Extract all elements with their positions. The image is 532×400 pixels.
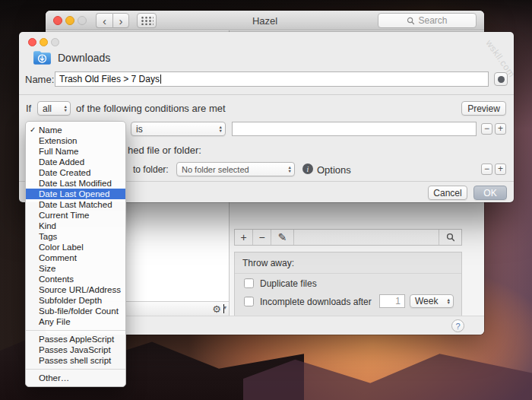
- duplicate-files-label: Duplicate files: [260, 278, 317, 289]
- incomplete-downloads-checkbox[interactable]: [244, 297, 254, 306]
- hazel-titlebar: ‹ › Hazel Search: [46, 11, 484, 30]
- menu-item-other-[interactable]: Other…: [26, 373, 125, 383]
- popup-arrows-icon: ▲▼: [288, 166, 292, 173]
- checkmark-icon: ✓: [30, 125, 36, 135]
- ok-button[interactable]: OK: [473, 186, 507, 200]
- chevron-down-icon: ▾: [223, 304, 224, 313]
- desktop: ‹ › Hazel Search ⚙▾: [0, 0, 532, 400]
- throw-away-panel: Throw away: Duplicate files Incomplete d…: [234, 252, 462, 317]
- toolbar-search-field[interactable]: Search: [378, 13, 477, 28]
- add-action-button[interactable]: +: [495, 163, 506, 175]
- search-icon: [407, 17, 415, 25]
- duplicate-files-checkbox[interactable]: [244, 278, 254, 288]
- name-label: Name:: [25, 74, 54, 85]
- options-label[interactable]: Options: [317, 164, 351, 176]
- menu-item-sub-file-folder-count[interactable]: Sub-file/folder Count: [26, 306, 125, 316]
- menu-item-label: Full Name: [39, 147, 78, 156]
- editor-folder-title: Downloads: [58, 52, 110, 64]
- text-caret: [160, 75, 161, 84]
- rules-toolbar: + − ✎: [234, 229, 462, 246]
- operator-popup[interactable]: is ▲▼: [131, 122, 226, 136]
- condition-value-text: [233, 124, 236, 135]
- menu-item-color-label[interactable]: Color Label: [26, 242, 125, 252]
- editor-divider: [19, 94, 514, 95]
- menu-item-label: Comment: [39, 253, 77, 262]
- editor-close-button[interactable]: [28, 38, 36, 46]
- menu-item-date-last-modified[interactable]: Date Last Modified: [26, 178, 125, 189]
- menu-item-label: Kind: [39, 221, 56, 230]
- menu-item-name[interactable]: ✓Name: [26, 125, 125, 135]
- help-button[interactable]: ?: [451, 319, 464, 332]
- menu-item-any-file[interactable]: Any File: [26, 316, 125, 327]
- remove-condition-button[interactable]: −: [481, 123, 492, 135]
- menu-item-label: Any File: [39, 317, 71, 326]
- add-condition-button[interactable]: +: [495, 123, 506, 135]
- menu-item-source-url-address[interactable]: Source URL/Address: [26, 284, 125, 295]
- wallpaper-ridge: [243, 344, 532, 400]
- gear-icon: ⚙: [212, 303, 221, 315]
- menu-item-label: Subfolder Depth: [39, 296, 102, 305]
- incomplete-downloads-unit-popup[interactable]: Week ▲▼: [410, 294, 454, 308]
- panel-separator: [235, 273, 461, 274]
- menu-separator: [26, 330, 125, 331]
- menu-item-label: Current Time: [39, 211, 89, 220]
- add-rule-button[interactable]: +: [235, 230, 253, 245]
- menu-item-label: Sub-file/folder Count: [39, 306, 119, 316]
- menu-item-date-added[interactable]: Date Added: [26, 157, 125, 167]
- menu-item-label: Passes shell script: [39, 356, 111, 365]
- search-icon: [446, 233, 455, 242]
- menu-separator: [26, 369, 125, 370]
- menu-item-current-time[interactable]: Current Time: [26, 210, 125, 221]
- menu-item-size[interactable]: Size: [26, 263, 125, 274]
- info-icon[interactable]: i: [302, 163, 313, 174]
- menu-item-date-created[interactable]: Date Created: [26, 167, 125, 178]
- search-rules-button[interactable]: [439, 230, 461, 245]
- incomplete-downloads-count-field[interactable]: 1: [379, 294, 405, 308]
- remove-rule-button[interactable]: −: [253, 230, 271, 245]
- menu-item-label: Date Last Opened: [39, 189, 109, 198]
- menu-item-passes-applescript[interactable]: Passes AppleScript: [26, 334, 125, 344]
- menu-item-passes-javascript[interactable]: Passes JavaScript: [26, 344, 125, 355]
- actions-header-fragment: hed file or folder:: [128, 144, 201, 156]
- rules-toolbar-spacer: [294, 230, 439, 245]
- menu-item-tags[interactable]: Tags: [26, 231, 125, 242]
- match-mode-popup[interactable]: all ▲▼: [37, 101, 71, 116]
- menu-item-label: Date Last Matched: [39, 200, 112, 209]
- menu-item-subfolder-depth[interactable]: Subfolder Depth: [26, 295, 125, 306]
- conditions-suffix-label: of the following conditions are met: [76, 103, 226, 114]
- operator-value: is: [136, 124, 143, 135]
- condition-value-field[interactable]: [232, 122, 477, 136]
- menu-item-passes-shell-script[interactable]: Passes shell script: [26, 355, 125, 366]
- menu-item-extension[interactable]: Extension: [26, 135, 125, 146]
- destination-folder-popup[interactable]: No folder selected ▲▼: [176, 162, 295, 176]
- popup-arrows-icon: ▲▼: [219, 125, 223, 132]
- menu-item-label: Passes JavaScript: [39, 345, 111, 354]
- if-label: If: [26, 103, 31, 114]
- menu-item-date-last-opened[interactable]: Date Last Opened: [26, 189, 125, 199]
- cancel-button[interactable]: Cancel: [428, 186, 467, 200]
- menu-item-kind[interactable]: Kind: [26, 221, 125, 231]
- throw-away-header: Throw away:: [242, 258, 294, 268]
- popup-arrows-icon: ▲▼: [447, 298, 451, 305]
- menu-item-comment[interactable]: Comment: [26, 252, 125, 263]
- menu-item-date-last-matched[interactable]: Date Last Matched: [26, 199, 125, 210]
- editor-minimize-button[interactable]: [40, 38, 48, 46]
- menu-item-label: Extension: [39, 136, 78, 145]
- menu-item-label: Size: [39, 264, 55, 273]
- name-field-accessory-button[interactable]: [494, 72, 508, 86]
- incomplete-downloads-label: Incomplete downloads after: [260, 297, 372, 307]
- menu-item-label: Other…: [39, 373, 69, 383]
- menu-item-full-name[interactable]: Full Name: [26, 146, 125, 157]
- rule-name-input[interactable]: Trash Old Files > 7 Days: [55, 71, 489, 87]
- menu-item-contents[interactable]: Contents: [26, 274, 125, 284]
- edit-rule-button[interactable]: ✎: [271, 230, 294, 245]
- menu-item-label: Date Created: [39, 168, 90, 177]
- menu-item-label: Passes AppleScript: [39, 335, 114, 344]
- pencil-icon: ✎: [278, 231, 287, 243]
- preview-button[interactable]: Preview: [461, 101, 506, 116]
- folder-actions-button[interactable]: ⚙▾: [212, 303, 224, 315]
- condition-attribute-menu: ✓NameExtensionFull NameDate AddedDate Cr…: [25, 121, 126, 387]
- editor-zoom-button[interactable]: [51, 38, 59, 46]
- remove-action-button[interactable]: −: [481, 163, 492, 175]
- menu-item-label: Source URL/Address: [39, 285, 121, 294]
